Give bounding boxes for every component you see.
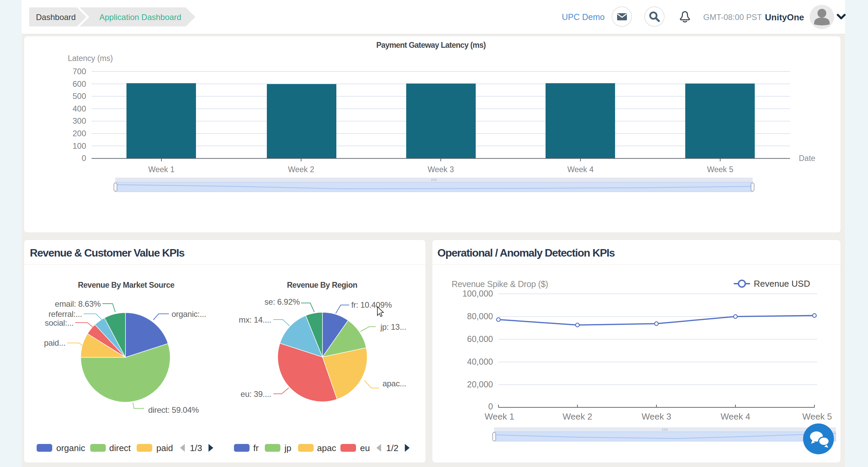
svg-text:Week 2: Week 2 (563, 411, 592, 422)
svg-text:Dashboard: Dashboard (36, 13, 76, 22)
svg-text:40,000: 40,000 (467, 357, 493, 366)
svg-text:mx: 14....: mx: 14.... (239, 315, 271, 324)
svg-text:Week 3: Week 3 (428, 165, 454, 174)
svg-text:1/2: 1/2 (386, 443, 398, 453)
svg-text:social:...: social:... (45, 318, 74, 327)
svg-text:Week 1: Week 1 (485, 411, 514, 422)
svg-text:100: 100 (73, 141, 86, 150)
svg-text:organic:...: organic:... (172, 309, 206, 319)
svg-text:fr: 10.409%: fr: 10.409% (351, 300, 392, 309)
svg-text:700: 700 (73, 67, 86, 76)
svg-text:1/3: 1/3 (190, 443, 202, 453)
svg-text:eu: 39....: eu: 39.... (241, 389, 271, 399)
svg-text:Week 4: Week 4 (721, 411, 750, 422)
svg-text:Week 5: Week 5 (802, 411, 832, 422)
svg-text:Date: Date (799, 154, 815, 163)
svg-text:paid: paid (156, 443, 173, 453)
svg-text:Payment Gateway Latency (ms): Payment Gateway Latency (ms) (376, 41, 486, 49)
svg-text:apac: apac (317, 443, 336, 453)
svg-text:referral:...: referral:... (48, 309, 82, 319)
svg-text:organic: organic (56, 443, 85, 453)
svg-text:600: 600 (73, 79, 86, 88)
svg-text:Revenue By Region: Revenue By Region (287, 281, 357, 289)
svg-text:email: 8.63%: email: 8.63% (55, 299, 101, 308)
svg-text:0: 0 (82, 154, 86, 163)
svg-text:Week 4: Week 4 (567, 165, 594, 174)
svg-text:300: 300 (73, 116, 86, 125)
svg-text:direct: 59.04%: direct: 59.04% (148, 405, 199, 414)
svg-text:eu: eu (360, 443, 370, 453)
svg-text:Week 1: Week 1 (148, 165, 175, 174)
svg-text:Revenue USD: Revenue USD (754, 279, 810, 289)
svg-text:se: 6.92%: se: 6.92% (264, 297, 300, 306)
svg-text:direct: direct (109, 443, 131, 453)
svg-text:100,000: 100,000 (462, 289, 493, 298)
svg-text:80,000: 80,000 (467, 311, 493, 321)
svg-text:Week 2: Week 2 (288, 165, 314, 174)
svg-text:Week 3: Week 3 (642, 411, 671, 422)
svg-text:fr: fr (253, 443, 259, 453)
svg-text:500: 500 (73, 92, 86, 101)
svg-text:Week 5: Week 5 (707, 165, 733, 174)
svg-text:Latency (ms): Latency (ms) (68, 54, 113, 63)
svg-text:Revenue Spike & Drop ($): Revenue Spike & Drop ($) (452, 279, 548, 289)
svg-text:400: 400 (73, 104, 86, 113)
svg-text:Application Dashboard: Application Dashboard (99, 13, 181, 22)
svg-text:Revenue By Market Source: Revenue By Market Source (78, 281, 175, 289)
svg-text:60,000: 60,000 (467, 334, 493, 344)
svg-text:jp: 13...: jp: 13... (380, 322, 406, 331)
svg-text:paid...: paid... (44, 338, 65, 347)
svg-text:200: 200 (73, 129, 86, 138)
svg-text:20,000: 20,000 (467, 380, 493, 389)
svg-text:0: 0 (488, 402, 493, 411)
svg-text:apac...: apac... (382, 379, 406, 388)
svg-text:jp: jp (284, 443, 291, 453)
